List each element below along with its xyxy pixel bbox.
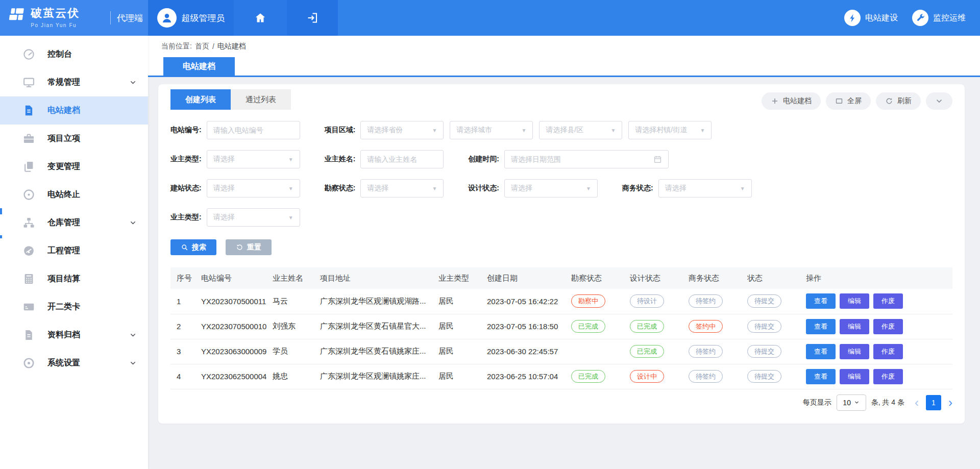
table-cell: 待提交 bbox=[741, 364, 800, 389]
select-placeholder: 请选择 bbox=[213, 184, 284, 193]
pagination-prev[interactable]: ‹ bbox=[915, 397, 919, 409]
sidebar-item[interactable]: 系统设置 bbox=[0, 349, 148, 377]
home-button[interactable] bbox=[234, 0, 287, 36]
action-button[interactable]: 编辑 bbox=[840, 319, 869, 334]
brand-logo-icon bbox=[8, 7, 26, 29]
status-badge: 已完成 bbox=[571, 370, 605, 383]
wrench-icon bbox=[916, 13, 925, 23]
status-badge: 待签约 bbox=[689, 345, 723, 358]
sidebar-item[interactable]: 开二类卡 bbox=[0, 293, 148, 321]
copy-icon bbox=[22, 160, 35, 173]
action-button[interactable]: 作废 bbox=[873, 344, 903, 359]
table-row: 2YX2023070500010刘强东广东深圳龙华区黄石镇星官大...居民202… bbox=[170, 314, 952, 339]
sidebar-item[interactable]: 常规管理 bbox=[0, 68, 148, 96]
filter-input[interactable] bbox=[213, 126, 293, 134]
header-spacer bbox=[338, 0, 844, 36]
action-button[interactable]: 作废 bbox=[873, 293, 903, 309]
table-cell: YX2023063000009 bbox=[195, 339, 266, 364]
sidebar-item-label: 开二类卡 bbox=[47, 302, 80, 312]
main-content: 当前位置: 首页 / 电站建档 电站建档 创建列表通过列表 电站建档全屏刷新 电… bbox=[148, 36, 980, 469]
sidebar-item[interactable]: 项目结算 bbox=[0, 265, 148, 293]
header-quick-link[interactable]: 电站建设 bbox=[844, 10, 898, 26]
pagination-page-1[interactable]: 1 bbox=[926, 395, 941, 410]
status-badge: 签约中 bbox=[689, 320, 723, 333]
sidebar-item[interactable]: 变更管理 bbox=[0, 153, 148, 181]
pagination-next[interactable]: › bbox=[948, 397, 952, 409]
filter-select[interactable]: 请选择省份▼ bbox=[360, 121, 444, 139]
sidebar-menu: 控制台常规管理电站建档项目立项变更管理电站终止仓库管理工程管理项目结算开二类卡资… bbox=[0, 40, 148, 377]
filter-date-input[interactable] bbox=[504, 150, 669, 168]
filter-select[interactable]: 请选择▼ bbox=[207, 150, 300, 168]
filter-select[interactable]: 请选择▼ bbox=[207, 179, 300, 198]
filter-input[interactable] bbox=[511, 155, 649, 163]
brand-portal-label: 代理端 bbox=[117, 12, 148, 24]
filter-select[interactable]: 请选择▼ bbox=[658, 179, 752, 198]
filter-input[interactable] bbox=[367, 155, 437, 163]
table-row: 3YX2023063000009学员广东深圳龙华区黄石镇姚家庄...居民2023… bbox=[170, 339, 952, 364]
page-tab[interactable]: 电站建档 bbox=[163, 57, 235, 76]
action-button[interactable]: 查看 bbox=[806, 319, 836, 334]
filter-select[interactable]: 请选择城市▼ bbox=[450, 121, 533, 139]
sidebar-item[interactable]: 资料归档 bbox=[0, 321, 148, 349]
filter-field: 请选择城市▼ bbox=[450, 121, 533, 139]
sidebar-item[interactable]: 项目立项 bbox=[0, 125, 148, 153]
action-button[interactable]: 编辑 bbox=[840, 293, 869, 309]
table-column-header: 设计状态 bbox=[624, 267, 682, 289]
select-placeholder: 请选择 bbox=[367, 184, 428, 193]
sidebar-item[interactable]: 控制台 bbox=[0, 40, 148, 68]
search-button[interactable]: 搜索 bbox=[170, 239, 216, 255]
status-badge: 勘察中 bbox=[571, 294, 605, 308]
action-button[interactable]: 作废 bbox=[873, 369, 903, 384]
filter-field: 业主类型:请选择▼ bbox=[170, 208, 300, 227]
header-quick-link[interactable]: 监控运维 bbox=[912, 10, 966, 26]
caret-down-icon: ▼ bbox=[740, 186, 745, 191]
sidebar-item-label: 电站建档 bbox=[47, 105, 80, 116]
filter-text-input[interactable] bbox=[360, 150, 444, 168]
user-name: 超级管理员 bbox=[182, 12, 225, 24]
logout-button[interactable] bbox=[287, 0, 338, 36]
breadcrumb-home-link[interactable]: 首页 bbox=[195, 42, 209, 51]
table-cell: 广东深圳龙华区观澜镇观湖路... bbox=[314, 289, 432, 314]
action-button[interactable]: 作废 bbox=[873, 319, 903, 334]
reset-button[interactable]: 重置 bbox=[226, 239, 272, 255]
per-page-select[interactable]: 10 bbox=[837, 394, 866, 411]
filter-select[interactable]: 请选择县/区▼ bbox=[539, 121, 622, 139]
filter-select[interactable]: 请选择村镇/街道▼ bbox=[628, 121, 712, 139]
table-cell: 2023-06-30 22:45:57 bbox=[481, 339, 565, 364]
toolbar-button[interactable]: 刷新 bbox=[876, 92, 921, 110]
filter-select[interactable]: 请选择▼ bbox=[504, 179, 598, 198]
header-quick-links: 电站建设监控运维 bbox=[844, 0, 980, 36]
sidebar-item[interactable]: 仓库管理 bbox=[0, 209, 148, 237]
select-placeholder: 请选择城市 bbox=[456, 126, 517, 135]
filter-field: 设计状态:请选择▼ bbox=[468, 179, 598, 198]
search-icon bbox=[181, 243, 188, 251]
filter-field: 业主类型:请选择▼ bbox=[170, 150, 300, 168]
sidebar-item[interactable]: 工程管理 bbox=[0, 237, 148, 265]
filter-field: 请选择村镇/街道▼ bbox=[628, 121, 712, 139]
action-button[interactable]: 编辑 bbox=[840, 369, 869, 384]
table-body: 1YX2023070500011马云广东深圳龙华区观澜镇观湖路...居民2023… bbox=[170, 289, 952, 389]
pagination: 每页显示 10 条, 共 4 条 ‹ 1 › bbox=[170, 394, 952, 411]
filter-select[interactable]: 请选择▼ bbox=[207, 208, 300, 227]
caret-down-icon: ▼ bbox=[521, 128, 526, 133]
list-tab[interactable]: 通过列表 bbox=[231, 89, 291, 110]
toolbar-button[interactable]: 电站建档 bbox=[762, 92, 821, 110]
sidebar-item[interactable]: 电站终止 bbox=[0, 181, 148, 209]
table-cell: 待提交 bbox=[741, 314, 800, 339]
per-page-value: 10 bbox=[843, 399, 851, 407]
sidebar-item[interactable]: 电站建档 bbox=[0, 96, 148, 125]
toolbar-button[interactable] bbox=[926, 92, 952, 110]
filter-text-input[interactable] bbox=[207, 121, 300, 139]
toolbar-button[interactable]: 全屏 bbox=[826, 92, 871, 110]
filter-form: 电站编号:项目区域:请选择省份▼请选择城市▼请选择县/区▼请选择村镇/街道▼业主… bbox=[170, 121, 952, 227]
action-button[interactable]: 查看 bbox=[806, 369, 836, 384]
action-button[interactable]: 查看 bbox=[806, 344, 836, 359]
action-button[interactable]: 查看 bbox=[806, 293, 836, 309]
brand-text: 破茧云伏 Po Jian Yun Fu bbox=[31, 7, 103, 29]
list-tab[interactable]: 创建列表 bbox=[170, 89, 231, 110]
table-cell: 勘察中 bbox=[565, 289, 624, 314]
brand-divider bbox=[110, 11, 111, 24]
user-menu[interactable]: 超级管理员 bbox=[148, 0, 234, 36]
filter-select[interactable]: 请选择▼ bbox=[360, 179, 444, 198]
action-button[interactable]: 编辑 bbox=[840, 344, 869, 359]
